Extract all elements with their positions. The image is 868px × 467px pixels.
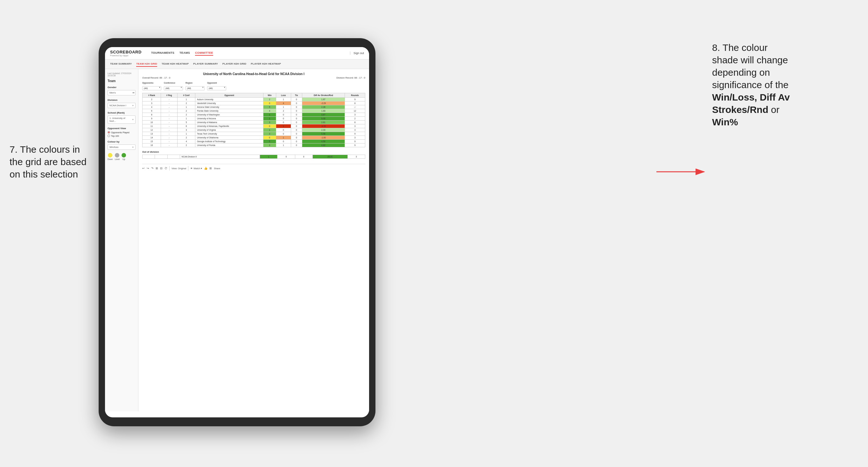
gender-label: Gender	[107, 86, 135, 89]
gender-section: Gender Men's ▾	[107, 86, 135, 95]
out-of-division-row: NCAA Division II 1 0 0 26.00 3	[143, 155, 365, 159]
subnav-team-h2h-grid[interactable]: TEAM H2H GRID	[136, 61, 157, 67]
conference-filter: Conference (All)	[164, 82, 183, 90]
school-label: School (Rank)	[107, 111, 135, 114]
cell-win: 1	[263, 128, 276, 132]
cell-conf: 3	[177, 128, 195, 132]
cell-loss: 0	[276, 132, 291, 136]
cell-reg: -	[161, 144, 177, 147]
cell-rounds: 9	[345, 98, 365, 101]
left-panel: Last Updated: 27/03/2024 16:55:38 Team G…	[105, 69, 138, 411]
radio-dot-opponents	[107, 131, 110, 134]
cell-reg: -	[161, 109, 177, 113]
cell-win: 4	[263, 109, 276, 113]
table-row: 6 - 2 Florida State University 4 2 0 1.8…	[143, 109, 365, 113]
radio-opponents-played[interactable]: Opponents Played	[107, 131, 135, 134]
subnav-team-h2h-heatmap[interactable]: TEAM H2H HEATMAP	[162, 61, 189, 67]
paste-icon[interactable]: ⊟	[160, 167, 163, 170]
cell-rounds: 3	[345, 136, 365, 139]
view-original[interactable]: View: Original	[172, 167, 186, 170]
subnav-team-summary[interactable]: TEAM SUMMARY	[110, 61, 132, 67]
region-select[interactable]: (All)	[186, 86, 205, 90]
school-select[interactable]: 1. University of Nort... ▾	[107, 116, 135, 124]
bottom-toolbar: ↩ ↪ ↷ ⊞ ⊟ ⏱ View: Original 👁 Watch ▾ 👍 ⊞…	[142, 164, 365, 170]
col-loss: Loss	[276, 93, 291, 98]
radio-group: Opponents Played Top 100	[107, 131, 135, 137]
radio-top100[interactable]: Top 100	[107, 134, 135, 137]
cell-rounds: 8	[345, 101, 365, 105]
team-section: Team	[107, 79, 135, 83]
subnav-player-summary[interactable]: PLAYER SUMMARY	[193, 61, 218, 67]
cell-conf: 2	[177, 101, 195, 105]
sign-out-button[interactable]: Sign out	[350, 52, 364, 55]
cell-opponent: Texas Tech University	[195, 132, 264, 136]
gender-select[interactable]: Men's ▾	[107, 90, 135, 95]
cell-rank: 4	[143, 105, 161, 109]
opponents-select[interactable]: (All)	[142, 86, 161, 90]
cell-tie: 0	[291, 144, 302, 147]
cell-loss: 1	[276, 105, 291, 109]
subnav-player-h2h-grid[interactable]: PLAYER H2H GRID	[222, 61, 246, 67]
region-label: Region	[186, 82, 205, 84]
colour-by-select[interactable]: Win/loss ▾	[107, 145, 135, 150]
thumbs-icon[interactable]: 👍	[204, 167, 208, 170]
cell-opponent: University of Arkansas, Fayetteville	[195, 124, 264, 128]
cell-reg: -	[161, 113, 177, 117]
cell-loss: 1	[276, 124, 291, 128]
col-tie: Tie	[291, 93, 302, 98]
ood-opponent: NCAA Division II	[180, 155, 260, 159]
cell-rank: 9	[143, 117, 161, 121]
col-rounds: Rounds	[345, 93, 365, 98]
cell-rank: 3	[143, 101, 161, 105]
cell-conf: 2	[177, 109, 195, 113]
division-select[interactable]: NCAA Division I ▾	[107, 103, 135, 108]
cell-reg: -	[161, 98, 177, 101]
clock-icon[interactable]: ⏱	[164, 167, 167, 170]
share-button[interactable]: Share	[214, 167, 220, 170]
cell-diff: -4.33	[302, 124, 345, 128]
nav-committee[interactable]: COMMITTEE	[195, 51, 213, 56]
cell-diff: 1.67	[302, 98, 345, 101]
cell-rounds: 2	[345, 117, 365, 121]
cell-conf: 2	[177, 136, 195, 139]
undo-icon[interactable]: ↩	[142, 167, 145, 170]
cell-rank: 14	[143, 136, 161, 139]
division-record: Division Record: 88 - 17 - 0	[336, 76, 365, 79]
cell-win: 5	[263, 105, 276, 109]
ood-loss: 0	[277, 155, 295, 159]
watch-button[interactable]: 👁 Watch ▾	[190, 167, 202, 170]
division-section: Division NCAA Division I ▾	[107, 99, 135, 108]
cell-tie: 0	[291, 124, 302, 128]
cell-conf: 1	[177, 98, 195, 101]
cell-conf: 1	[177, 105, 195, 109]
right-annotation: 8. The colour shade will change dependin…	[712, 41, 859, 128]
conference-select[interactable]: (All)	[164, 86, 183, 90]
table-row: 11 - 6 University of Arkansas, Fayettevi…	[143, 124, 365, 128]
cell-rounds: 9	[345, 132, 365, 136]
cell-diff: 4.62	[302, 144, 345, 147]
table-row: 12 - 3 University of Virginia 1 0 0 2.33…	[143, 128, 365, 132]
col-conf: # Conf	[177, 93, 195, 98]
cell-diff: 2.61	[302, 121, 345, 124]
nav-tournaments[interactable]: TOURNAMENTS	[151, 51, 174, 56]
step-icon[interactable]: ↷	[151, 167, 154, 170]
sub-nav: TEAM SUMMARY TEAM H2H GRID TEAM H2H HEAT…	[105, 60, 369, 69]
copy-icon[interactable]: ⊞	[156, 167, 158, 170]
legend-level-circle	[115, 153, 119, 157]
cell-reg: -	[161, 105, 177, 109]
grid-panel: University of North Carolina Head-to-Hea…	[138, 69, 369, 411]
toolbar-separator	[169, 166, 169, 170]
redo-icon[interactable]: ↪	[147, 167, 149, 170]
out-of-division-table: NCAA Division II 1 0 0 26.00 3	[142, 155, 365, 159]
share-expand-icon[interactable]: ⊞	[209, 167, 212, 170]
cell-conf: 2	[177, 144, 195, 147]
subnav-player-h2h-heatmap[interactable]: PLAYER H2H HEATMAP	[251, 61, 281, 67]
tablet-screen: SCOREBOARD Powered by clippd TOURNAMENTS…	[105, 47, 369, 417]
cell-opponent: University of Florida	[195, 144, 264, 147]
conference-label: Conference	[164, 82, 183, 84]
nav-teams[interactable]: TEAMS	[180, 51, 190, 56]
opponent-select[interactable]: (All)	[207, 86, 226, 90]
cell-rank: 13	[143, 132, 161, 136]
cell-loss: 0	[276, 139, 291, 144]
cell-opponent: Vanderbilt University	[195, 101, 264, 105]
